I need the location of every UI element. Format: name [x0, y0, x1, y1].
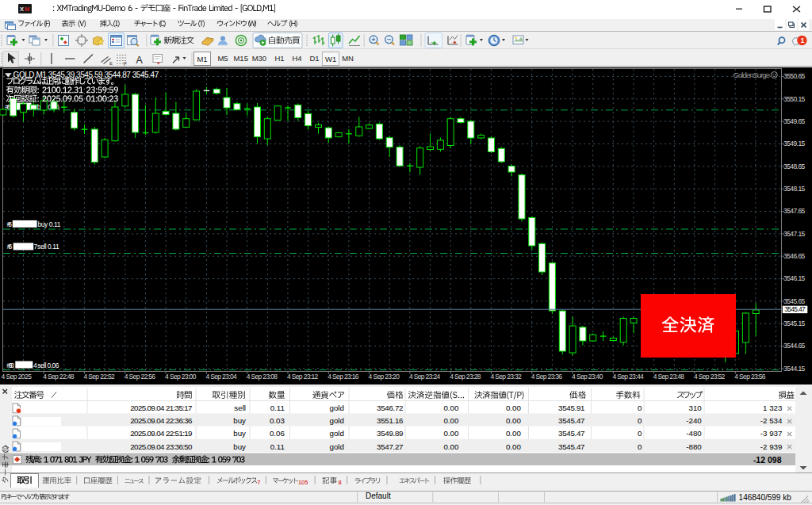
svg-text:0.00: 0.00 — [506, 429, 522, 438]
svg-text:4 Sep 23:32: 4 Sep 23:32 — [491, 373, 523, 381]
svg-text:sell 0.06: sell 0.06 — [37, 362, 59, 369]
svg-text:3545.47: 3545.47 — [558, 429, 585, 438]
svg-text:0.03: 0.03 — [270, 416, 285, 425]
svg-text:0.00: 0.00 — [443, 416, 459, 425]
svg-text:3546.72: 3546.72 — [377, 404, 404, 412]
svg-text:3550.65: 3550.65 — [783, 72, 806, 80]
svg-text:4 Sep 22:48: 4 Sep 22:48 — [43, 373, 75, 381]
svg-text:sell: sell — [234, 404, 246, 412]
svg-text:A: A — [136, 55, 144, 66]
svg-text:4 Sep 23:48: 4 Sep 23:48 — [653, 373, 685, 381]
svg-text:4 Sep 22:56: 4 Sep 22:56 — [124, 373, 156, 381]
svg-text:0.00: 0.00 — [506, 442, 522, 451]
svg-text:3545.47: 3545.47 — [784, 305, 806, 313]
svg-text:3545.47: 3545.47 — [558, 416, 585, 425]
svg-text:3545.15: 3545.15 — [783, 319, 806, 327]
svg-text:-240: -240 — [686, 416, 702, 425]
svg-text:0.00: 0.00 — [443, 442, 459, 451]
svg-text:buy 0.11: buy 0.11 — [38, 220, 61, 228]
svg-text:0.00: 0.00 — [443, 429, 459, 438]
svg-text:310: 310 — [688, 404, 702, 412]
svg-text:3545.91: 3545.91 — [558, 404, 585, 412]
svg-text:4 Sep 2025: 4 Sep 2025 — [1, 373, 32, 381]
svg-text:3545.65: 3545.65 — [783, 297, 806, 305]
svg-text:3544.65: 3544.65 — [783, 342, 806, 350]
svg-text:buy: buy — [233, 416, 246, 425]
svg-text:3549.15: 3549.15 — [783, 140, 806, 147]
svg-text:-2 534: -2 534 — [760, 416, 783, 425]
svg-text:4 Sep 22:52: 4 Sep 22:52 — [84, 373, 116, 381]
svg-text:4 Sep 23:04: 4 Sep 23:04 — [205, 373, 237, 381]
svg-text:0.11: 0.11 — [270, 442, 285, 451]
svg-text:3547.27: 3547.27 — [377, 442, 404, 451]
svg-text:3548.65: 3548.65 — [783, 163, 806, 170]
svg-text:3550.15: 3550.15 — [783, 95, 806, 103]
svg-text:GoldenSurge: GoldenSurge — [733, 71, 771, 79]
svg-text:#6: #6 — [6, 220, 12, 228]
svg-text:X: X — [20, 6, 24, 13]
svg-text:4 Sep 23:36: 4 Sep 23:36 — [531, 373, 563, 381]
svg-text:#68: #68 — [6, 362, 14, 369]
svg-text:-2 939: -2 939 — [760, 442, 783, 451]
svg-text:4 Sep 23:24: 4 Sep 23:24 — [409, 373, 441, 381]
svg-text:0: 0 — [638, 416, 642, 425]
svg-text:4 Sep 23:00: 4 Sep 23:00 — [165, 373, 197, 381]
svg-text:GOLD,M1 3545.39 3545.59 3544.: GOLD,M1 3545.39 3545.59 3544.87 3545.47 — [13, 71, 159, 79]
svg-text:gold: gold — [329, 442, 344, 451]
svg-text:4 Sep 23:56: 4 Sep 23:56 — [734, 373, 766, 381]
svg-text:3547.15: 3547.15 — [783, 230, 806, 238]
svg-text:4 Sep 23:44: 4 Sep 23:44 — [612, 373, 644, 381]
svg-text:3548.15: 3548.15 — [783, 185, 806, 193]
svg-text:0.00: 0.00 — [506, 404, 522, 412]
svg-text:2025.09.04 23:36:50: 2025.09.04 23:36:50 — [130, 442, 193, 451]
svg-text:-3 937: -3 937 — [760, 429, 783, 438]
svg-text:3549.89: 3549.89 — [377, 429, 404, 438]
svg-text:3546.65: 3546.65 — [783, 252, 806, 260]
svg-text:gold: gold — [329, 416, 344, 425]
svg-text:0.00: 0.00 — [506, 416, 522, 425]
svg-text:4 Sep 23:08: 4 Sep 23:08 — [247, 373, 278, 381]
svg-text:sell 0.11: sell 0.11 — [37, 243, 59, 251]
svg-text:1 323: 1 323 — [763, 404, 783, 412]
svg-text:gold: gold — [329, 429, 344, 438]
svg-text:-480: -480 — [686, 429, 702, 438]
svg-text:2025.09.04 21:35:17: 2025.09.04 21:35:17 — [130, 404, 192, 412]
svg-text:4 Sep 23:12: 4 Sep 23:12 — [287, 373, 319, 381]
svg-text:146840/599 kb: 146840/599 kb — [739, 493, 792, 502]
svg-text:buy: buy — [233, 429, 246, 438]
svg-text:#6: #6 — [7, 243, 13, 251]
svg-text:0.00: 0.00 — [443, 404, 459, 412]
svg-text:2025.09.04 22:51:19: 2025.09.04 22:51:19 — [130, 429, 192, 438]
svg-text:0: 0 — [638, 404, 642, 412]
svg-text:0.06: 0.06 — [270, 429, 285, 438]
svg-text:3551.16: 3551.16 — [377, 416, 404, 425]
svg-text:4 Sep 23:20: 4 Sep 23:20 — [369, 373, 400, 381]
svg-text:4 Sep 23:16: 4 Sep 23:16 — [327, 373, 359, 381]
svg-text:F: F — [124, 61, 127, 67]
svg-text:4 Sep 23:52: 4 Sep 23:52 — [694, 373, 726, 381]
svg-text:1: 1 — [800, 36, 804, 44]
svg-text:4 Sep 23:28: 4 Sep 23:28 — [450, 373, 481, 381]
svg-text:3545.47: 3545.47 — [558, 442, 585, 451]
svg-text:E: E — [109, 61, 113, 66]
svg-text:M: M — [25, 6, 29, 13]
svg-text:4 Sep 23:40: 4 Sep 23:40 — [572, 373, 603, 381]
svg-text:gold: gold — [329, 404, 344, 412]
svg-text:0: 0 — [638, 442, 642, 451]
svg-text:buy: buy — [233, 442, 246, 451]
svg-text:3549.65: 3549.65 — [783, 117, 806, 125]
svg-text:3544.15: 3544.15 — [783, 365, 806, 373]
svg-text:2025.09.04 22:36:36: 2025.09.04 22:36:36 — [130, 416, 193, 425]
svg-text:3547.65: 3547.65 — [783, 207, 806, 215]
svg-text:-12 098: -12 098 — [753, 455, 782, 465]
svg-text:0: 0 — [638, 429, 642, 438]
svg-text:0.11: 0.11 — [270, 404, 285, 412]
svg-text:-880: -880 — [686, 442, 702, 451]
svg-text:3546.15: 3546.15 — [783, 274, 806, 282]
